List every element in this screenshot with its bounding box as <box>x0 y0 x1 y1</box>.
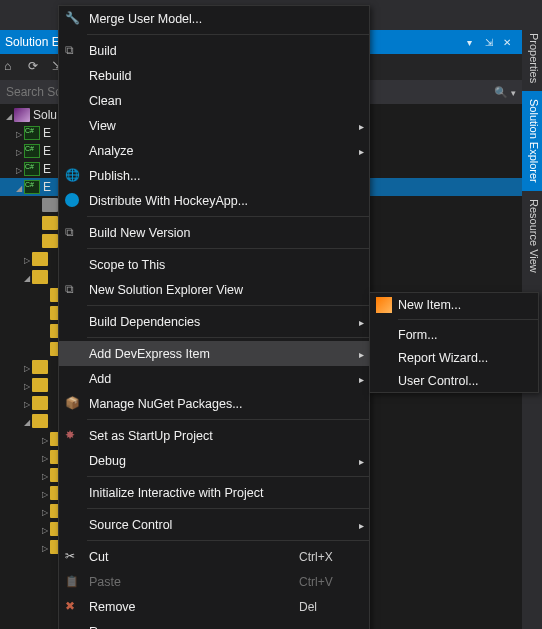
rename-icon <box>65 624 81 630</box>
expander-icon[interactable] <box>22 270 32 284</box>
menu-separator <box>398 319 538 320</box>
menu-separator <box>87 34 369 35</box>
paste-icon <box>65 574 81 590</box>
expander-icon[interactable] <box>40 522 50 536</box>
menu-item-remove[interactable]: RemoveDel <box>59 594 369 619</box>
folder-icon <box>32 252 48 266</box>
menu-separator <box>87 508 369 509</box>
folder-icon <box>32 360 48 374</box>
expander-icon[interactable] <box>22 378 32 392</box>
menu-item-distribute-hockeyapp[interactable]: Distribute With HockeyApp... <box>59 188 369 213</box>
expander-icon[interactable] <box>4 108 14 122</box>
menu-item-build-new-version[interactable]: Build New Version <box>59 220 369 245</box>
folder-icon <box>42 216 58 230</box>
expander-icon[interactable] <box>22 396 32 410</box>
menu-item-view[interactable]: View <box>59 113 369 138</box>
submenu-arrow-icon <box>353 144 369 158</box>
menu-item-build[interactable]: Build <box>59 38 369 63</box>
pin-icon[interactable] <box>485 35 499 49</box>
expander-icon[interactable] <box>22 252 32 266</box>
nuget-icon <box>65 396 81 412</box>
expander-icon[interactable] <box>40 486 50 500</box>
tree-label: E <box>43 144 51 158</box>
globe-icon <box>65 168 81 184</box>
menu-separator <box>87 216 369 217</box>
expander-icon[interactable] <box>14 162 24 176</box>
submenu-item-user-control[interactable]: User Control... <box>370 369 538 392</box>
menu-item-paste: PasteCtrl+V <box>59 569 369 594</box>
expander-icon[interactable] <box>14 126 24 140</box>
home-icon[interactable]: ⌂ <box>4 59 20 75</box>
menu-separator <box>87 476 369 477</box>
remove-icon <box>65 599 81 615</box>
expander-icon[interactable] <box>22 360 32 374</box>
submenu-arrow-icon <box>353 518 369 532</box>
folder-icon <box>32 270 48 284</box>
menu-item-add[interactable]: Add <box>59 366 369 391</box>
cut-icon <box>65 549 81 565</box>
tab-solution-explorer[interactable]: Solution Explorer <box>522 91 542 191</box>
csharp-project-icon <box>24 126 40 140</box>
menu-item-add-devexpress-item[interactable]: Add DevExpress Item <box>59 341 369 366</box>
expander-icon[interactable] <box>40 450 50 464</box>
tree-label: E <box>43 162 51 176</box>
solution-icon <box>14 108 30 122</box>
shortcut-label: Ctrl+X <box>299 550 369 564</box>
expander-icon[interactable] <box>22 414 32 428</box>
menu-item-manage-nuget[interactable]: Manage NuGet Packages... <box>59 391 369 416</box>
menu-item-initialize-interactive[interactable]: Initialize Interactive with Project <box>59 480 369 505</box>
folder-icon <box>32 396 48 410</box>
wrench-icon <box>65 11 81 27</box>
menu-item-analyze[interactable]: Analyze <box>59 138 369 163</box>
startup-icon <box>65 428 81 444</box>
submenu-item-new-item[interactable]: New Item... <box>370 293 538 316</box>
expander-icon[interactable] <box>40 468 50 482</box>
menu-item-clean[interactable]: Clean <box>59 88 369 113</box>
tab-properties[interactable]: Properties <box>522 25 542 91</box>
menu-item-new-solution-explorer-view[interactable]: New Solution Explorer View <box>59 277 369 302</box>
menu-item-debug[interactable]: Debug <box>59 448 369 473</box>
devexpress-submenu: New Item... Form... Report Wizard... Use… <box>369 292 539 393</box>
menu-item-set-as-startup[interactable]: Set as StartUp Project <box>59 423 369 448</box>
menu-item-rebuild[interactable]: Rebuild <box>59 63 369 88</box>
menu-item-source-control[interactable]: Source Control <box>59 512 369 537</box>
tree-label: Solu <box>33 108 57 122</box>
menu-separator <box>87 248 369 249</box>
submenu-arrow-icon <box>353 119 369 133</box>
csharp-project-icon <box>24 162 40 176</box>
menu-item-scope-to-this[interactable]: Scope to This <box>59 252 369 277</box>
folder-icon <box>32 378 48 392</box>
menu-item-merge-user-model[interactable]: Merge User Model... <box>59 6 369 31</box>
expander-icon[interactable] <box>40 504 50 518</box>
menu-item-build-dependencies[interactable]: Build Dependencies <box>59 309 369 334</box>
new-view-icon <box>65 282 81 298</box>
tab-resource-view[interactable]: Resource View <box>522 191 542 281</box>
submenu-item-report-wizard[interactable]: Report Wizard... <box>370 346 538 369</box>
submenu-item-form[interactable]: Form... <box>370 323 538 346</box>
close-icon[interactable] <box>503 35 517 49</box>
references-icon <box>42 198 58 212</box>
search-options-icon[interactable] <box>508 85 516 99</box>
menu-item-rename[interactable]: Rename <box>59 619 369 629</box>
right-tab-strip: Properties Solution Explorer Resource Vi… <box>522 25 542 325</box>
menu-item-publish[interactable]: Publish... <box>59 163 369 188</box>
csharp-project-icon <box>24 144 40 158</box>
search-icon[interactable] <box>494 85 508 99</box>
submenu-arrow-icon <box>353 315 369 329</box>
tree-label: E <box>43 180 51 194</box>
submenu-arrow-icon <box>353 347 369 361</box>
hockeyapp-icon <box>65 193 81 209</box>
project-context-menu: Merge User Model... Build Rebuild Clean … <box>58 5 370 629</box>
expander-icon[interactable] <box>14 144 24 158</box>
menu-separator <box>87 540 369 541</box>
folder-icon <box>32 414 48 428</box>
menu-item-cut[interactable]: CutCtrl+X <box>59 544 369 569</box>
expander-icon[interactable] <box>40 540 50 554</box>
window-position-icon[interactable] <box>467 35 481 49</box>
expander-icon[interactable] <box>14 180 24 194</box>
refresh-icon[interactable]: ⟳ <box>28 59 44 75</box>
shortcut-label: Del <box>299 600 369 614</box>
menu-separator <box>87 337 369 338</box>
expander-icon[interactable] <box>40 432 50 446</box>
devexpress-icon <box>376 297 392 313</box>
